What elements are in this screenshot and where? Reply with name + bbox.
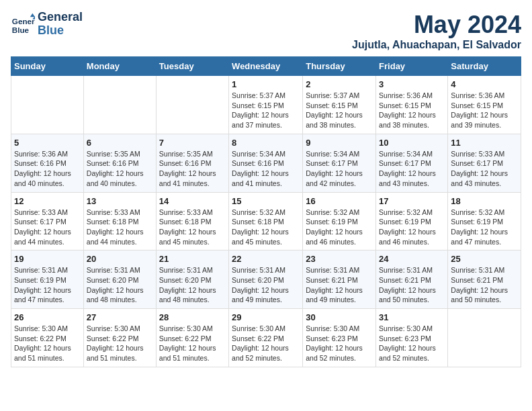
day-info: Sunrise: 5:35 AM Sunset: 6:16 PM Dayligh… [159, 149, 226, 189]
calendar-cell: 2Sunrise: 5:37 AM Sunset: 6:15 PM Daylig… [303, 76, 376, 134]
calendar-cell: 14Sunrise: 5:33 AM Sunset: 6:18 PM Dayli… [156, 192, 228, 250]
day-info: Sunrise: 5:31 AM Sunset: 6:20 PM Dayligh… [232, 265, 300, 305]
calendar-cell: 15Sunrise: 5:32 AM Sunset: 6:18 PM Dayli… [229, 192, 303, 250]
calendar-cell: 11Sunrise: 5:33 AM Sunset: 6:17 PM Dayli… [448, 134, 521, 192]
day-info: Sunrise: 5:33 AM Sunset: 6:18 PM Dayligh… [159, 208, 226, 247]
calendar-cell: 7Sunrise: 5:35 AM Sunset: 6:16 PM Daylig… [156, 134, 228, 192]
calendar-cell [156, 76, 228, 134]
calendar-cell: 21Sunrise: 5:31 AM Sunset: 6:20 PM Dayli… [156, 250, 228, 309]
day-number: 4 [451, 79, 518, 89]
day-number: 21 [159, 254, 226, 264]
day-number: 6 [87, 138, 153, 148]
calendar-cell: 10Sunrise: 5:34 AM Sunset: 6:17 PM Dayli… [376, 134, 448, 192]
calendar-table: SundayMondayTuesdayWednesdayThursdayFrid… [11, 56, 521, 367]
calendar-cell: 23Sunrise: 5:31 AM Sunset: 6:21 PM Dayli… [303, 250, 376, 309]
month-title: May 2024 [352, 11, 521, 39]
logo-line1: General [38, 11, 83, 24]
calendar-cell [11, 76, 84, 134]
calendar-cell [448, 309, 521, 367]
logo: General Blue General Blue [11, 11, 83, 38]
day-number: 22 [232, 254, 300, 264]
header-sunday: Sunday [11, 57, 84, 76]
header-thursday: Thursday [303, 57, 376, 76]
calendar-cell: 19Sunrise: 5:31 AM Sunset: 6:19 PM Dayli… [11, 250, 84, 309]
day-info: Sunrise: 5:35 AM Sunset: 6:16 PM Dayligh… [87, 149, 153, 189]
day-number: 26 [14, 312, 81, 322]
calendar-cell: 27Sunrise: 5:30 AM Sunset: 6:22 PM Dayli… [83, 309, 156, 367]
day-number: 7 [159, 138, 226, 148]
day-info: Sunrise: 5:33 AM Sunset: 6:17 PM Dayligh… [451, 149, 518, 189]
day-number: 8 [232, 138, 300, 148]
day-info: Sunrise: 5:31 AM Sunset: 6:21 PM Dayligh… [306, 265, 373, 305]
calendar-week-row: 19Sunrise: 5:31 AM Sunset: 6:19 PM Dayli… [11, 250, 521, 309]
calendar-cell: 8Sunrise: 5:34 AM Sunset: 6:16 PM Daylig… [229, 134, 303, 192]
calendar-cell: 6Sunrise: 5:35 AM Sunset: 6:16 PM Daylig… [83, 134, 156, 192]
header-monday: Monday [83, 57, 156, 76]
day-number: 18 [451, 196, 518, 206]
day-number: 14 [159, 196, 226, 206]
day-info: Sunrise: 5:34 AM Sunset: 6:17 PM Dayligh… [379, 149, 445, 189]
calendar-cell: 31Sunrise: 5:30 AM Sunset: 6:23 PM Dayli… [376, 309, 448, 367]
calendar-week-row: 5Sunrise: 5:36 AM Sunset: 6:16 PM Daylig… [11, 134, 521, 192]
day-number: 17 [379, 196, 445, 206]
day-number: 31 [379, 312, 445, 322]
day-info: Sunrise: 5:33 AM Sunset: 6:17 PM Dayligh… [14, 208, 81, 247]
title-block: May 2024 Jujutla, Ahuachapan, El Salvado… [352, 11, 521, 51]
calendar-cell: 9Sunrise: 5:34 AM Sunset: 6:17 PM Daylig… [303, 134, 376, 192]
day-info: Sunrise: 5:30 AM Sunset: 6:22 PM Dayligh… [232, 324, 300, 363]
calendar-week-row: 26Sunrise: 5:30 AM Sunset: 6:22 PM Dayli… [11, 309, 521, 367]
calendar-week-row: 1Sunrise: 5:37 AM Sunset: 6:15 PM Daylig… [11, 76, 521, 134]
day-number: 2 [306, 79, 373, 89]
day-info: Sunrise: 5:30 AM Sunset: 6:23 PM Dayligh… [379, 324, 445, 363]
calendar-cell: 13Sunrise: 5:33 AM Sunset: 6:18 PM Dayli… [83, 192, 156, 250]
day-info: Sunrise: 5:36 AM Sunset: 6:16 PM Dayligh… [14, 149, 81, 189]
logo-icon: General Blue [11, 12, 35, 36]
day-number: 13 [87, 196, 153, 206]
location: Jujutla, Ahuachapan, El Salvador [352, 39, 521, 51]
day-number: 20 [87, 254, 153, 264]
day-number: 11 [451, 138, 518, 148]
logo-line2: Blue [38, 24, 83, 38]
day-info: Sunrise: 5:31 AM Sunset: 6:21 PM Dayligh… [379, 265, 445, 305]
day-number: 25 [451, 254, 518, 264]
day-info: Sunrise: 5:30 AM Sunset: 6:22 PM Dayligh… [14, 324, 81, 363]
calendar-cell: 5Sunrise: 5:36 AM Sunset: 6:16 PM Daylig… [11, 134, 84, 192]
day-info: Sunrise: 5:36 AM Sunset: 6:15 PM Dayligh… [379, 91, 445, 130]
day-info: Sunrise: 5:34 AM Sunset: 6:16 PM Dayligh… [232, 149, 300, 189]
day-info: Sunrise: 5:36 AM Sunset: 6:15 PM Dayligh… [451, 91, 518, 130]
day-number: 3 [379, 79, 445, 89]
calendar-cell: 4Sunrise: 5:36 AM Sunset: 6:15 PM Daylig… [448, 76, 521, 134]
calendar-cell: 29Sunrise: 5:30 AM Sunset: 6:22 PM Dayli… [229, 309, 303, 367]
header-tuesday: Tuesday [156, 57, 228, 76]
day-info: Sunrise: 5:37 AM Sunset: 6:15 PM Dayligh… [306, 91, 373, 130]
calendar-cell: 18Sunrise: 5:32 AM Sunset: 6:19 PM Dayli… [448, 192, 521, 250]
day-info: Sunrise: 5:30 AM Sunset: 6:22 PM Dayligh… [87, 324, 153, 363]
day-number: 28 [159, 312, 226, 322]
calendar-cell: 16Sunrise: 5:32 AM Sunset: 6:19 PM Dayli… [303, 192, 376, 250]
calendar-cell: 22Sunrise: 5:31 AM Sunset: 6:20 PM Dayli… [229, 250, 303, 309]
day-info: Sunrise: 5:37 AM Sunset: 6:15 PM Dayligh… [232, 91, 300, 130]
calendar-cell: 25Sunrise: 5:31 AM Sunset: 6:21 PM Dayli… [448, 250, 521, 309]
day-number: 9 [306, 138, 373, 148]
calendar-cell [83, 76, 156, 134]
day-info: Sunrise: 5:32 AM Sunset: 6:19 PM Dayligh… [306, 208, 373, 247]
day-number: 19 [14, 254, 81, 264]
day-number: 12 [14, 196, 81, 206]
day-number: 5 [14, 138, 81, 148]
header-saturday: Saturday [448, 57, 521, 76]
calendar-cell: 28Sunrise: 5:30 AM Sunset: 6:22 PM Dayli… [156, 309, 228, 367]
day-number: 27 [87, 312, 153, 322]
calendar-cell: 12Sunrise: 5:33 AM Sunset: 6:17 PM Dayli… [11, 192, 84, 250]
day-info: Sunrise: 5:31 AM Sunset: 6:19 PM Dayligh… [14, 265, 81, 305]
day-number: 30 [306, 312, 373, 322]
header-friday: Friday [376, 57, 448, 76]
calendar-cell: 17Sunrise: 5:32 AM Sunset: 6:19 PM Dayli… [376, 192, 448, 250]
page-header: General Blue General Blue May 2024 Jujut… [11, 11, 521, 51]
day-number: 1 [232, 79, 300, 89]
day-info: Sunrise: 5:31 AM Sunset: 6:21 PM Dayligh… [451, 265, 518, 305]
header-wednesday: Wednesday [229, 57, 303, 76]
day-info: Sunrise: 5:34 AM Sunset: 6:17 PM Dayligh… [306, 149, 373, 189]
calendar-cell: 3Sunrise: 5:36 AM Sunset: 6:15 PM Daylig… [376, 76, 448, 134]
svg-marker-2 [30, 13, 35, 17]
calendar-cell: 1Sunrise: 5:37 AM Sunset: 6:15 PM Daylig… [229, 76, 303, 134]
